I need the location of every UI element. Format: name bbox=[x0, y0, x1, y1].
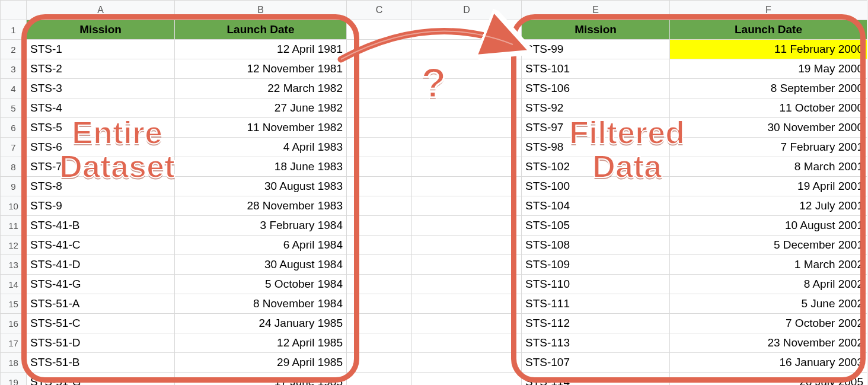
cell[interactable]: 17 June 1985 bbox=[175, 373, 347, 386]
cell[interactable] bbox=[347, 314, 412, 333]
cell[interactable] bbox=[412, 138, 522, 157]
row-header[interactable]: 1 bbox=[1, 20, 27, 40]
row-header[interactable]: 14 bbox=[1, 275, 27, 294]
cell[interactable]: STS-99 bbox=[522, 40, 670, 59]
header-cell-mission-left[interactable]: Mission bbox=[27, 20, 175, 40]
cell[interactable]: STS-112 bbox=[522, 314, 670, 333]
cell[interactable]: STS-102 bbox=[522, 157, 670, 177]
row-header[interactable]: 19 bbox=[1, 373, 27, 386]
col-header-C[interactable]: C bbox=[347, 1, 412, 20]
cell[interactable] bbox=[347, 353, 412, 373]
row-header[interactable]: 13 bbox=[1, 255, 27, 275]
cell[interactable]: 5 June 2002 bbox=[670, 294, 867, 314]
cell[interactable]: 19 May 2000 bbox=[670, 59, 867, 79]
row-header[interactable]: 8 bbox=[1, 157, 27, 177]
cell[interactable]: 11 October 2000 bbox=[670, 98, 867, 118]
cell[interactable]: 8 March 2001 bbox=[670, 157, 867, 177]
cell[interactable]: STS-97 bbox=[522, 118, 670, 138]
cell[interactable] bbox=[347, 373, 412, 386]
cell[interactable] bbox=[412, 118, 522, 138]
cell[interactable]: STS-107 bbox=[522, 353, 670, 373]
row-header[interactable]: 7 bbox=[1, 138, 27, 157]
cell[interactable] bbox=[347, 177, 412, 196]
cell[interactable] bbox=[412, 59, 522, 79]
row-header[interactable]: 15 bbox=[1, 294, 27, 314]
cell[interactable]: STS-5 bbox=[27, 118, 175, 138]
cell[interactable] bbox=[347, 157, 412, 177]
row-header[interactable]: 16 bbox=[1, 314, 27, 333]
cell[interactable]: STS-108 bbox=[522, 236, 670, 255]
cell[interactable]: 8 September 2000 bbox=[670, 79, 867, 98]
cell[interactable]: STS-9 bbox=[27, 196, 175, 216]
cell[interactable]: STS-105 bbox=[522, 216, 670, 236]
header-cell-date-right[interactable]: Launch Date bbox=[670, 20, 867, 40]
cell[interactable]: 7 October 2002 bbox=[670, 314, 867, 333]
cell[interactable]: STS-51-D bbox=[27, 333, 175, 353]
cell[interactable] bbox=[412, 79, 522, 98]
col-header-B[interactable]: B bbox=[175, 1, 347, 20]
cell[interactable] bbox=[347, 236, 412, 255]
cell[interactable]: STS-51-B bbox=[27, 353, 175, 373]
header-cell-date-left[interactable]: Launch Date bbox=[175, 20, 347, 40]
cell[interactable]: 10 August 2001 bbox=[670, 216, 867, 236]
cell[interactable] bbox=[347, 255, 412, 275]
cell[interactable]: STS-7 bbox=[27, 157, 175, 177]
cell[interactable]: STS-8 bbox=[27, 177, 175, 196]
cell[interactable]: 8 April 2002 bbox=[670, 275, 867, 294]
cell[interactable]: 30 November 2000 bbox=[670, 118, 867, 138]
cell[interactable]: STS-111 bbox=[522, 294, 670, 314]
cell[interactable]: 7 February 2001 bbox=[670, 138, 867, 157]
cell[interactable]: 4 April 1983 bbox=[175, 138, 347, 157]
col-header-A[interactable]: A bbox=[27, 1, 175, 20]
cell[interactable]: 12 July 2001 bbox=[670, 196, 867, 216]
cell[interactable]: STS-113 bbox=[522, 333, 670, 353]
row-header[interactable]: 18 bbox=[1, 353, 27, 373]
cell[interactable] bbox=[412, 196, 522, 216]
cell[interactable]: STS-41-D bbox=[27, 255, 175, 275]
cell[interactable] bbox=[412, 353, 522, 373]
cell[interactable]: STS-104 bbox=[522, 196, 670, 216]
cell[interactable] bbox=[347, 40, 412, 59]
cell[interactable]: 26 July 2005 bbox=[670, 373, 867, 386]
cell[interactable]: 16 January 2003 bbox=[670, 353, 867, 373]
cell[interactable]: 23 November 2002 bbox=[670, 333, 867, 353]
cell[interactable]: 12 April 1981 bbox=[175, 40, 347, 59]
cell[interactable]: STS-110 bbox=[522, 275, 670, 294]
cell[interactable]: STS-3 bbox=[27, 79, 175, 98]
cell[interactable]: STS-106 bbox=[522, 79, 670, 98]
cell[interactable] bbox=[412, 20, 522, 40]
cell[interactable]: 11 November 1982 bbox=[175, 118, 347, 138]
cell[interactable] bbox=[412, 157, 522, 177]
cell[interactable]: STS-41-G bbox=[27, 275, 175, 294]
cell[interactable] bbox=[412, 216, 522, 236]
col-header-F[interactable]: F bbox=[670, 1, 867, 20]
cell[interactable]: 11 February 2000 bbox=[670, 40, 867, 59]
cell[interactable]: STS-41-B bbox=[27, 216, 175, 236]
cell[interactable] bbox=[412, 177, 522, 196]
cell[interactable] bbox=[412, 333, 522, 353]
cell[interactable] bbox=[412, 294, 522, 314]
cell[interactable]: 1 March 2002 bbox=[670, 255, 867, 275]
row-header[interactable]: 9 bbox=[1, 177, 27, 196]
cell[interactable]: STS-2 bbox=[27, 59, 175, 79]
cell[interactable]: STS-41-C bbox=[27, 236, 175, 255]
cell[interactable]: 22 March 1982 bbox=[175, 79, 347, 98]
cell[interactable]: 30 August 1983 bbox=[175, 177, 347, 196]
cell[interactable] bbox=[347, 333, 412, 353]
cell[interactable]: STS-92 bbox=[522, 98, 670, 118]
cell[interactable]: 8 November 1984 bbox=[175, 294, 347, 314]
row-header[interactable]: 11 bbox=[1, 216, 27, 236]
cell[interactable] bbox=[347, 294, 412, 314]
spreadsheet-grid[interactable]: A B C D E F 1MissionLaunch DateMissionLa… bbox=[0, 0, 867, 385]
cell[interactable] bbox=[347, 59, 412, 79]
cell[interactable]: 24 January 1985 bbox=[175, 314, 347, 333]
row-header[interactable]: 17 bbox=[1, 333, 27, 353]
cell[interactable]: 12 April 1985 bbox=[175, 333, 347, 353]
cell[interactable]: STS-100 bbox=[522, 177, 670, 196]
row-header[interactable]: 4 bbox=[1, 79, 27, 98]
row-header[interactable]: 2 bbox=[1, 40, 27, 59]
header-cell-mission-right[interactable]: Mission bbox=[522, 20, 670, 40]
row-header[interactable]: 3 bbox=[1, 59, 27, 79]
cell[interactable] bbox=[347, 275, 412, 294]
cell[interactable]: 18 June 1983 bbox=[175, 157, 347, 177]
